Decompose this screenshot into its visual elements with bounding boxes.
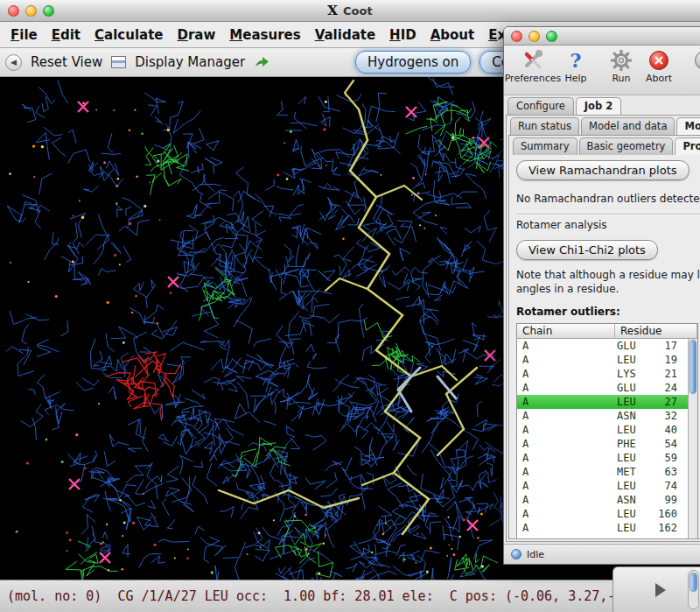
reset-view-button[interactable]: Reset View [31,54,102,70]
table-row[interactable]: ALEU59 [517,451,688,465]
table-row[interactable]: ALEU27 [517,395,688,409]
table-row[interactable]: AGLU17 [517,339,688,353]
menu-about[interactable]: About [424,27,482,43]
menu-file[interactable]: File [4,27,45,43]
status-orb-icon [511,549,522,559]
zoom-button[interactable] [43,5,54,17]
tab-basic-geometry[interactable]: Basic geometry [579,137,674,155]
protein-tab-content: View Ramachandran plots No Ramachandran … [509,155,700,538]
tools-icon [522,49,543,72]
gear-icon [611,49,632,72]
rotamer-outliers-table: Chain Residue AGLU17ALEU19ALYS21AGLU24AL… [516,323,698,538]
dialog-tabs-level1: Configure Job 2 [504,95,700,115]
abort-icon: × [649,49,668,72]
table-scrollbar[interactable] [688,339,697,538]
corner-scrollbar[interactable] [688,570,699,609]
table-row[interactable]: ALEU74 [517,479,688,493]
table-row[interactable]: AMET63 [517,465,688,479]
menu-measures[interactable]: Measures [222,27,307,43]
section-separator [516,214,700,215]
minimize-button[interactable] [25,5,37,17]
tab-molprobity[interactable]: MolProbity [676,117,700,135]
table-row[interactable]: ALEU40 [517,423,688,437]
molprobity-notebook: Summary Basic geometry Protein C View Ra… [508,135,700,539]
dialog-status-bar: Idle [504,544,700,564]
dialog-close-button[interactable] [511,31,522,42]
green-arrow-icon[interactable] [254,56,270,68]
table-header: Chain Residue [517,324,697,339]
preferences-label: Preferences [505,73,562,84]
x11-icon: X [327,3,338,18]
window-controls [8,5,54,17]
column-header-residue[interactable]: Residue [615,324,697,339]
play-icon[interactable] [655,583,666,597]
table-row[interactable]: ALYS21 [517,367,688,381]
rotamer-outliers-label: Rotamer outliers: [516,306,700,318]
menu-hid[interactable]: HID [382,27,424,43]
dialog-titlebar [504,27,700,46]
menu-calculate[interactable]: Calculate [88,27,170,43]
preferences-button[interactable]: Preferences [508,49,558,84]
column-header-chain[interactable]: Chain [517,324,615,339]
screen: X Coot File Edit Calculate Draw Measures… [0,0,700,612]
rotamer-analysis-label: Rotamer analysis [516,219,700,231]
table-row[interactable]: ALEU162 [517,521,688,535]
abort-label: Abort [646,73,672,84]
tab-model-and-data[interactable]: Model and data [581,117,675,135]
view-chi1-chi2-plots-button[interactable]: View Chi1-Chi2 plots [516,240,658,260]
tab-configure[interactable]: Configure [508,97,574,115]
back-arrow-icon[interactable]: ◀ [5,54,22,71]
job-notebook: Run status Model and data MolProbity Sum… [506,115,700,542]
help-button[interactable]: ? Help [558,49,593,84]
display-manager-button[interactable]: Display Manager [135,54,245,70]
view-ramachandran-plots-button[interactable]: View Ramachandran plots [516,160,690,180]
molprobity-dialog: Preferences ? Help [503,26,700,565]
rotamer-note-line1: Note that although a residue may lie [516,269,700,281]
dialog-minimize-button[interactable] [528,31,540,42]
hydrogens-toggle-button[interactable]: Hydrogens on [355,51,471,74]
window-title-text: Coot [343,4,373,18]
menu-draw[interactable]: Draw [171,27,223,43]
abort-button[interactable]: × Abort [639,49,679,84]
run-button[interactable]: Run [604,49,639,84]
dialog-status-text: Idle [527,549,544,560]
clipped-toolbar-button[interactable] [679,49,700,73]
dialog-tabs-level3: Summary Basic geometry Protein C [509,136,700,155]
run-label: Run [612,73,630,84]
table-row[interactable]: AASN99 [517,493,688,507]
dialog-zoom-button[interactable] [546,31,557,42]
help-icon: ? [570,49,582,72]
atom-info-text: (mol. no: 0) CG /1/A/27 LEU occ: 1.00 bf… [7,588,663,604]
tab-run-status[interactable]: Run status [510,117,579,135]
table-row[interactable]: ALEU19 [517,353,688,367]
rotamer-note-line2: angles in a residue. [516,283,700,295]
clipped-icon [695,49,700,72]
main-titlebar: X Coot [0,0,700,22]
dialog-tabs-level2: Run status Model and data MolProbity [507,116,700,135]
rotamer-table-body: AGLU17ALEU19ALYS21AGLU24ALEU27AASN32ALEU… [517,339,688,538]
close-button[interactable] [8,5,19,17]
tab-summary[interactable]: Summary [513,137,578,155]
tab-protein[interactable]: Protein [675,137,700,155]
menu-edit[interactable]: Edit [45,27,88,43]
help-label: Help [564,73,586,84]
background-window-corner [612,566,700,612]
menu-validate[interactable]: Validate [308,27,382,43]
tab-job-2[interactable]: Job 2 [576,97,621,115]
display-manager-icon[interactable] [111,56,126,68]
main-status-bar: (mol. no: 0) CG /1/A/27 LEU occ: 1.00 bf… [0,580,700,612]
dialog-window-controls [511,31,557,42]
table-scrollbar-thumb[interactable] [690,340,696,394]
table-row[interactable]: AASN32 [517,409,688,423]
table-row[interactable]: ALEU160 [517,507,688,521]
corner-scrollbar-thumb[interactable] [690,573,697,592]
table-row[interactable]: APHE54 [517,437,688,451]
table-row[interactable]: AGLU24 [517,381,688,395]
window-title: X Coot [327,3,372,18]
dialog-toolbar: Preferences ? Help [504,46,700,95]
ramachandran-result-text: No Ramachandran outliers detected [516,193,700,205]
